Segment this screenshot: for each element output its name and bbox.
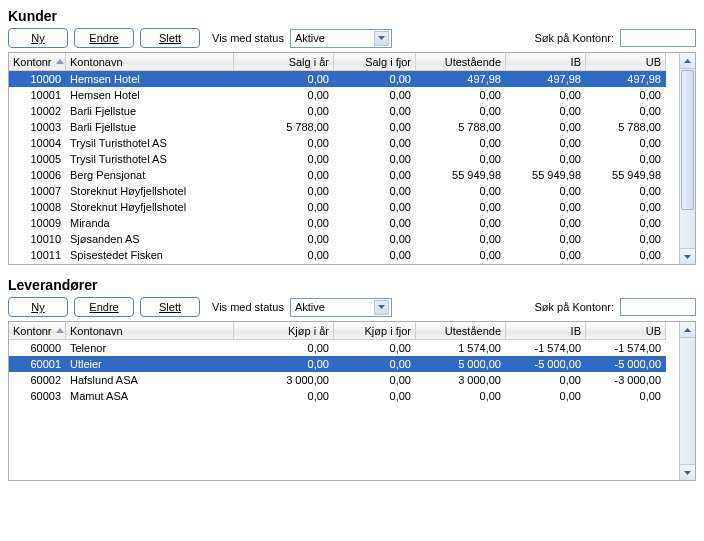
amount-cell: 0,00 (586, 231, 666, 247)
amount-cell: 0,00 (416, 151, 506, 167)
amount-cell: 0,00 (234, 215, 334, 231)
account-id: 10010 (9, 231, 66, 247)
amount-cell: 0,00 (234, 231, 334, 247)
amount-cell: 0,00 (234, 87, 334, 103)
search-input[interactable] (620, 298, 696, 316)
account-id: 60002 (9, 372, 66, 388)
amount-cell: 55 949,98 (416, 167, 506, 183)
amount-cell: 0,00 (506, 151, 586, 167)
account-name: Spisestedet Fisken (66, 247, 234, 263)
amount-cell: 0,00 (334, 183, 416, 199)
amount-cell: -5 000,00 (586, 356, 666, 372)
account-name: Trysil Turisthotel AS (66, 151, 234, 167)
svg-marker-3 (378, 305, 385, 309)
account-name: Mamut ASA (66, 388, 234, 404)
column-header[interactable]: IB (506, 322, 586, 340)
amount-cell: 55 949,98 (586, 167, 666, 183)
column-header[interactable]: Kontonavn (66, 53, 234, 71)
column-header[interactable]: Salg i fjor (334, 53, 416, 71)
delete-button[interactable]: Slett (140, 28, 200, 48)
amount-cell: 0,00 (234, 103, 334, 119)
account-name: Hemsen Hotel (66, 71, 234, 87)
amount-cell: 0,00 (334, 372, 416, 388)
amount-cell: 0,00 (416, 199, 506, 215)
suppliers-grid: KontonrKontonavnKjøp i årKjøp i fjorUtes… (8, 321, 696, 481)
amount-cell: -5 000,00 (506, 356, 586, 372)
amount-cell: 0,00 (234, 356, 334, 372)
amount-cell: 0,00 (234, 340, 334, 356)
search-input[interactable] (620, 29, 696, 47)
amount-cell: 0,00 (234, 199, 334, 215)
account-id: 10006 (9, 167, 66, 183)
amount-cell: 0,00 (416, 87, 506, 103)
column-header[interactable]: Utestående (416, 322, 506, 340)
amount-cell: 0,00 (586, 183, 666, 199)
amount-cell: 0,00 (506, 247, 586, 263)
column-header[interactable]: UB (586, 322, 666, 340)
amount-cell: 0,00 (416, 388, 506, 404)
column-header[interactable]: Kjøp i år (234, 322, 334, 340)
account-name: Miranda (66, 215, 234, 231)
delete-button[interactable]: Slett (140, 297, 200, 317)
suppliers-section: Leverandører Ny Endre Slett Vis med stat… (8, 277, 696, 481)
scroll-thumb[interactable] (681, 70, 694, 210)
amount-cell: 0,00 (334, 119, 416, 135)
amount-cell: 3 000,00 (416, 372, 506, 388)
amount-cell: 5 000,00 (416, 356, 506, 372)
scrollbar[interactable] (679, 322, 695, 480)
amount-cell: 0,00 (416, 183, 506, 199)
scroll-down-icon[interactable] (680, 248, 695, 264)
column-header[interactable]: Kontonavn (66, 322, 234, 340)
column-header[interactable]: Kjøp i fjor (334, 322, 416, 340)
account-id: 10004 (9, 135, 66, 151)
account-name: Storeknut Høyfjellshotel (66, 199, 234, 215)
scroll-up-icon[interactable] (680, 322, 695, 338)
amount-cell: 5 788,00 (586, 119, 666, 135)
amount-cell: 0,00 (334, 167, 416, 183)
customers-grid: KontonrKontonavnSalg i årSalg i fjorUtes… (8, 52, 696, 265)
edit-button[interactable]: Endre (74, 297, 134, 317)
suppliers-toolbar: Ny Endre Slett Vis med status Aktive Søk… (8, 297, 696, 317)
account-name: Sjøsanden AS (66, 231, 234, 247)
account-id: 10001 (9, 87, 66, 103)
column-header[interactable]: Utestående (416, 53, 506, 71)
amount-cell: 5 788,00 (416, 119, 506, 135)
svg-marker-0 (378, 36, 385, 40)
amount-cell: 0,00 (334, 215, 416, 231)
status-combo-value: Aktive (295, 32, 325, 44)
scrollbar[interactable] (679, 53, 695, 264)
amount-cell: 0,00 (506, 103, 586, 119)
amount-cell: 0,00 (334, 247, 416, 263)
amount-cell: 0,00 (586, 215, 666, 231)
amount-cell: 0,00 (586, 247, 666, 263)
chevron-down-icon (374, 31, 389, 46)
account-id: 60000 (9, 340, 66, 356)
account-name: Utleier (66, 356, 234, 372)
amount-cell: 0,00 (586, 199, 666, 215)
account-id: 10008 (9, 199, 66, 215)
svg-marker-5 (684, 471, 691, 475)
column-header[interactable]: UB (586, 53, 666, 71)
amount-cell: 0,00 (334, 199, 416, 215)
amount-cell: 0,00 (334, 103, 416, 119)
status-combo[interactable]: Aktive (290, 29, 392, 48)
svg-marker-4 (684, 328, 691, 332)
customers-section: Kunder Ny Endre Slett Vis med status Akt… (8, 8, 696, 265)
chevron-down-icon (374, 300, 389, 315)
scroll-up-icon[interactable] (680, 53, 695, 69)
status-label: Vis med status (212, 301, 284, 313)
amount-cell: 0,00 (506, 87, 586, 103)
column-header[interactable]: Salg i år (234, 53, 334, 71)
edit-button[interactable]: Endre (74, 28, 134, 48)
status-label: Vis med status (212, 32, 284, 44)
amount-cell: 0,00 (416, 215, 506, 231)
new-button[interactable]: Ny (8, 297, 68, 317)
column-header[interactable]: Kontonr (9, 53, 66, 71)
new-button[interactable]: Ny (8, 28, 68, 48)
scroll-down-icon[interactable] (680, 464, 695, 480)
status-combo[interactable]: Aktive (290, 298, 392, 317)
column-header[interactable]: IB (506, 53, 586, 71)
amount-cell: 0,00 (234, 151, 334, 167)
amount-cell: 0,00 (416, 231, 506, 247)
column-header[interactable]: Kontonr (9, 322, 66, 340)
